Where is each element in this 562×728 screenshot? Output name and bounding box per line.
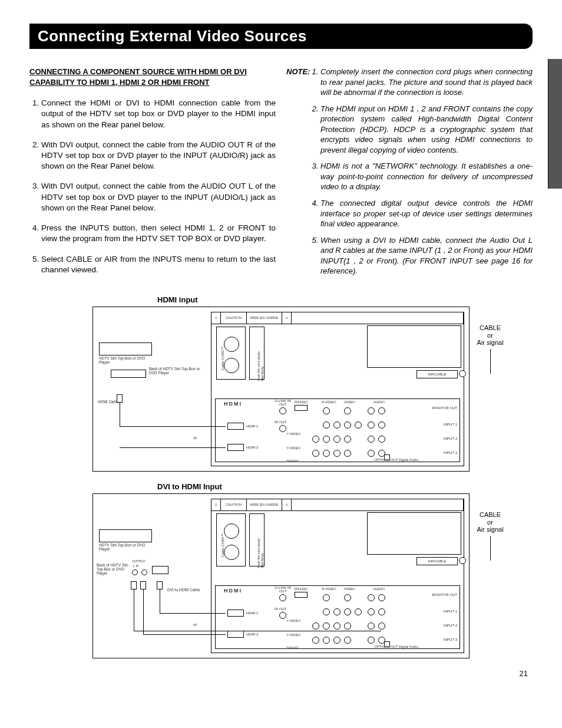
- source-device-label: HDTV Set-Top-Box or DVD Player: [99, 357, 152, 365]
- video-label: VIDEO: [344, 400, 355, 404]
- note-item: The HDMI input on HDMI 1 , 2 and FRONT c…: [320, 104, 533, 156]
- yvideo-label: Y-VIDEO: [286, 432, 300, 436]
- diagram-title: DVI to HDMI Input: [157, 482, 470, 491]
- rear-panel: ⚠ CAUTION MISE EN GARDE ⚠ Cable CARD™ Pu…: [211, 312, 464, 466]
- push-card-slot: Push the card slowly then firmly: [249, 327, 265, 380]
- section-heading: CONNECTING A COMPONENT SOURCE WITH HDMI …: [29, 67, 276, 87]
- jack-icon: [323, 594, 330, 601]
- step-item: With DVI output, connect the cable from …: [41, 140, 276, 172]
- rs232c-port-icon: [295, 405, 308, 411]
- fineprint-box: [367, 512, 461, 555]
- diagram-hdmi-input: HDMI input HDTV Set-Top-Box or DVD Playe…: [92, 295, 470, 472]
- jack-icon: [323, 450, 330, 457]
- jack-icon: [344, 622, 351, 630]
- cablecard-label: Cable CARD™: [221, 347, 224, 370]
- warning-triangle-icon: ⚠: [211, 499, 221, 510]
- right-column: NOTE: Completely insert the connection c…: [286, 67, 533, 285]
- source-back-label: Back of HDTV Set-Top-Box or DVD Player: [149, 367, 202, 375]
- input1-label: INPUT 1: [444, 423, 457, 426]
- note-item: The connected digital output device cont…: [320, 198, 533, 229]
- step-item: Select CABLE or AIR from the INPUTS menu…: [41, 254, 276, 275]
- jack-icon: [368, 594, 375, 601]
- jack-icon: [378, 622, 385, 630]
- page-title: Connecting External Video Sources: [38, 27, 307, 45]
- cable-line: [143, 589, 144, 634]
- caution-label: CAUTION: [221, 312, 247, 324]
- video-label: VIDEO: [344, 587, 355, 591]
- yvideo-label: Y-VIDEO: [286, 446, 300, 450]
- diagram-title: HDMI input: [157, 295, 470, 304]
- air-cable-port-label: AIR/CABLE: [416, 557, 458, 565]
- signal-label: CABLE or Air signal: [474, 511, 506, 533]
- hdmi2-port-icon: [227, 444, 244, 451]
- step-item: Connect the HDMI or DVI to HDMI connecti…: [41, 98, 276, 130]
- input2-label: INPUT 2: [444, 437, 457, 440]
- warning-triangle-icon: ⚠: [282, 499, 292, 510]
- content-columns: CONNECTING A COMPONENT SOURCE WITH HDMI …: [29, 67, 533, 285]
- rs232c-port-icon: [295, 592, 308, 598]
- audio-plug-icon: [131, 581, 137, 589]
- irout-label: IR OUT: [275, 420, 286, 424]
- warning-triangle-icon: ⚠: [211, 312, 221, 324]
- jack-icon: [368, 622, 375, 630]
- svideo-label: S-VIDEO: [322, 587, 336, 591]
- fineprint-box: [367, 325, 461, 368]
- rs232c-label: RS232C: [295, 587, 308, 591]
- dvi-cable-label: DVI to HDMI Cable: [167, 588, 200, 592]
- cable-line: [120, 426, 226, 427]
- glink-label: G-LINK IR OUT: [275, 586, 291, 593]
- note-block: NOTE: Completely insert the connection c…: [286, 67, 533, 276]
- svideo-label: S-VIDEO: [322, 400, 336, 404]
- diagram-box: HDTV Set-Top-Box or DVD Player Back of H…: [92, 493, 470, 658]
- irout-label: IR OUT: [275, 607, 286, 611]
- page-number: 21: [29, 669, 533, 678]
- jack-icon: [378, 436, 385, 443]
- input1-label: INPUT 1: [444, 610, 457, 613]
- cable-line: [160, 589, 160, 613]
- jack-icon: [355, 421, 362, 429]
- signal-line: [490, 536, 491, 561]
- jack-icon: [355, 608, 362, 615]
- source-device-label: HDTV Set-Top-Box or DVD Player: [99, 543, 152, 552]
- swivel-label: SWIVEL: [286, 646, 300, 650]
- jack-icon: [344, 436, 351, 443]
- section-tab: [548, 59, 562, 189]
- jack-icon: [323, 622, 330, 630]
- yvideo-label: Y-VIDEO: [286, 619, 300, 622]
- jack-icon: [312, 622, 319, 630]
- hdmi-logo: HDMI: [224, 401, 242, 407]
- irout-jack-icon: [279, 425, 286, 432]
- source-back-label: Back of HDTV Set-Top-Box or DVD Player: [97, 564, 132, 575]
- step-item: With DVI output, connect the cable from …: [41, 181, 276, 213]
- note-item: When using a DVI to HDMI cable, connect …: [320, 235, 533, 276]
- rear-panel: ⚠ CAUTION MISE EN GARDE ⚠ Cable CARD™ Pu…: [211, 499, 464, 653]
- jack-icon: [312, 436, 319, 443]
- air-cable-port-label: AIR/CABLE: [416, 370, 458, 378]
- caution-strip: ⚠ CAUTION MISE EN GARDE ⚠: [211, 312, 464, 324]
- hdmi1-label: HDMI 1: [246, 611, 258, 615]
- optical-out-label: OPTICAL OUT Digital Audio: [374, 458, 418, 462]
- push-card-label: Push the card slowly then firmly: [257, 532, 264, 568]
- hdmi-cable-label: HDMI Cable: [98, 400, 118, 404]
- audio-label: AUDIO: [373, 587, 385, 591]
- hdmi2-port-icon: [227, 631, 244, 638]
- jack-icon: [368, 450, 375, 457]
- cablecard-slot: Cable CARD™: [216, 513, 246, 566]
- irout-jack-icon: [279, 612, 286, 619]
- dvi-plug-icon: [157, 581, 163, 589]
- caution-text: [292, 499, 464, 510]
- input3-label: INPUT 3: [444, 451, 457, 454]
- jack-icon: [312, 450, 319, 457]
- jack-icon: [333, 637, 340, 644]
- audio-label: AUDIO: [373, 400, 385, 404]
- caution-strip: ⚠ CAUTION MISE EN GARDE ⚠: [211, 499, 464, 511]
- note-list: Completely insert the connection cord pl…: [286, 67, 533, 276]
- hdmi2-label: HDMI 2: [246, 633, 258, 636]
- hdmi2-label: HDMI 2: [246, 446, 258, 449]
- jack-icon: [312, 637, 319, 644]
- input3-label: INPUT 3: [444, 638, 457, 641]
- yvideo-label: Y-VIDEO: [286, 633, 300, 637]
- left-column: CONNECTING A COMPONENT SOURCE WITH HDMI …: [29, 67, 276, 285]
- jack-icon: [368, 407, 375, 414]
- mise-en-garde-label: MISE EN GARDE: [247, 312, 282, 324]
